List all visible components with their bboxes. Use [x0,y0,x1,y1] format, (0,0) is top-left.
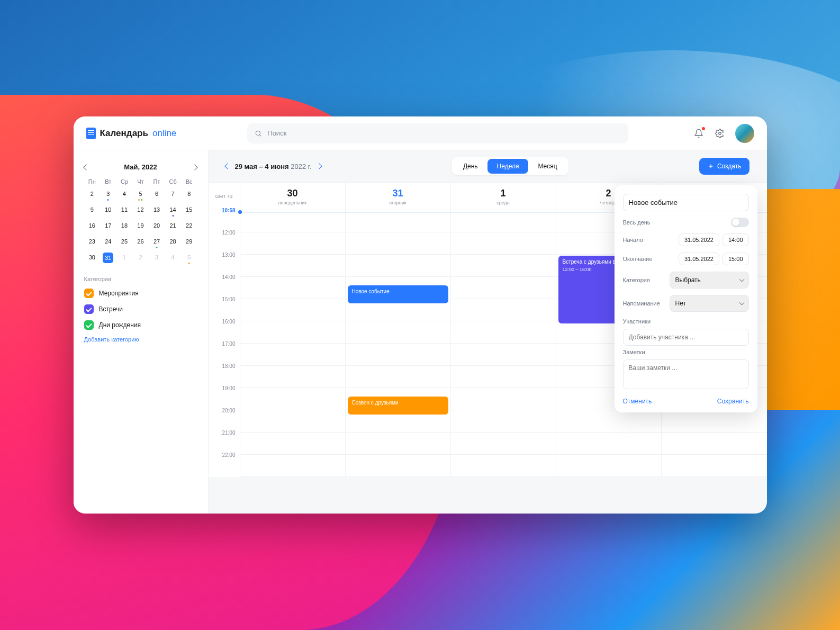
mini-cal-day[interactable]: 14 [165,205,181,214]
mini-cal-day[interactable]: 4 [165,253,181,262]
mini-cal-day[interactable]: 4 [116,189,133,199]
range-prev[interactable] [224,163,230,169]
bell-icon [694,129,703,138]
day-header[interactable]: 31вторник [346,183,451,210]
time-label: 22:00 [209,452,240,474]
mini-cal-day[interactable]: 13 [149,205,165,214]
mini-cal-day[interactable]: 21 [165,221,181,230]
notes-textarea[interactable] [623,359,749,389]
mini-cal-day[interactable]: 16 [84,221,101,230]
category-checkbox[interactable] [84,289,94,298]
mini-cal-day[interactable]: 2 [132,253,149,262]
dow-label: Сб [165,178,181,185]
search-icon [255,130,262,137]
save-button[interactable]: Сохранить [717,398,749,405]
mini-cal-day[interactable]: 5 [132,189,149,199]
category-item[interactable]: Дни рождения [84,320,197,330]
mini-cal-day[interactable]: 8 [181,189,197,199]
add-category-link[interactable]: Добавить категорию [84,336,197,343]
dow-label: Ср [116,178,133,185]
category-item[interactable]: Мероприятия [84,289,197,298]
avatar[interactable] [735,124,754,143]
all-day-toggle[interactable] [731,218,749,227]
plus-icon [708,163,714,169]
mini-cal-day[interactable]: 15 [181,205,197,214]
main: 29 мая – 4 июня 2022 г. ДеньНеделяМесяц … [209,150,767,514]
mini-cal-day[interactable]: 2 [84,189,101,199]
create-button[interactable]: Создать [699,158,750,175]
logo[interactable]: Календарь online [86,128,177,139]
mini-cal-day[interactable]: 30 [84,253,101,262]
day-header[interactable]: 30понедельник [240,183,346,210]
calendar-event[interactable]: Новое событие [348,285,448,303]
mini-cal-day[interactable]: 18 [116,221,133,230]
view-tab[interactable]: День [454,159,487,174]
mini-cal-next[interactable] [192,164,198,170]
day-header[interactable]: 1среда [451,183,556,210]
settings-button[interactable] [714,128,726,139]
mini-cal-day[interactable]: 20 [149,221,165,230]
category-select[interactable]: Выбрать [670,272,749,289]
mini-cal-day[interactable]: 22 [181,221,197,230]
mini-cal-day[interactable]: 10 [100,205,116,214]
mini-cal-day[interactable]: 24 [100,237,116,246]
calendar-event[interactable]: Созвон с друзьями [348,397,448,415]
svg-line-1 [260,134,261,136]
event-title-input[interactable] [623,194,749,211]
time-label: 15:00 [209,296,240,319]
categories-header: Категории [84,276,197,282]
participants-input[interactable] [623,329,749,346]
day-column[interactable] [451,210,556,477]
time-label: 12:00 [209,230,240,252]
mini-cal-day[interactable]: 11 [116,205,133,214]
app-window: Календарь online Поиск Май, 2022 [74,116,767,514]
mini-cal-day[interactable]: 9 [84,205,101,214]
category-item[interactable]: Встречи [84,304,197,314]
category-label: Мероприятия [99,290,139,297]
time-label: 18:00 [209,363,240,385]
mini-cal-day[interactable]: 28 [165,237,181,246]
mini-cal-day[interactable]: 23 [84,237,101,246]
dow-label: Чт [132,178,149,185]
range-next[interactable] [316,163,322,169]
search-placeholder: Поиск [267,129,286,137]
mini-cal-day[interactable]: 3 [149,253,165,262]
time-label: 20:00 [209,408,240,430]
mini-cal-prev[interactable] [83,164,89,170]
mini-cal-day[interactable]: 27 [149,237,165,246]
mini-cal-month: Май, 2022 [124,163,157,171]
mini-cal-day[interactable]: 25 [116,237,133,246]
mini-cal-day[interactable]: 26 [132,237,149,246]
day-column[interactable] [240,210,346,477]
reminder-select[interactable]: Нет [670,295,749,312]
end-date-field[interactable]: 31.05.2022 [679,253,719,265]
mini-cal-day[interactable]: 7 [165,189,181,199]
notifications-button[interactable] [693,128,704,139]
start-date-field[interactable]: 31.05.2022 [679,233,719,246]
start-label: Начало [623,237,643,243]
mini-cal-day[interactable]: 5 [181,253,197,262]
mini-cal-day[interactable]: 29 [181,237,197,246]
view-tab[interactable]: Месяц [528,159,566,174]
mini-cal-day[interactable]: 12 [132,205,149,214]
mini-cal-day[interactable]: 6 [149,189,165,199]
mini-cal-day[interactable]: 1 [116,253,133,262]
mini-cal-day[interactable]: 19 [132,221,149,230]
mini-cal-day[interactable]: 31 [103,253,113,263]
mini-cal-day[interactable]: 17 [100,221,116,230]
mini-cal-day[interactable]: 3 [100,189,116,199]
start-time-field[interactable]: 14:00 [722,233,749,246]
cancel-button[interactable]: Отменить [623,398,652,405]
dow-label: Вс [181,178,197,185]
gear-icon [715,129,725,138]
category-checkbox[interactable] [84,320,94,330]
end-time-field[interactable]: 15:00 [722,253,749,265]
search-input[interactable]: Поиск [247,123,628,143]
view-tab[interactable]: Неделя [487,159,529,174]
notification-dot [702,127,705,130]
category-checkbox[interactable] [84,304,94,314]
time-label: 16:00 [209,319,240,341]
all-day-label: Весь день [623,219,651,226]
day-column[interactable]: Новое событиеСозвон с друзьями [346,210,451,477]
logo-text-main: Календарь [100,128,148,139]
